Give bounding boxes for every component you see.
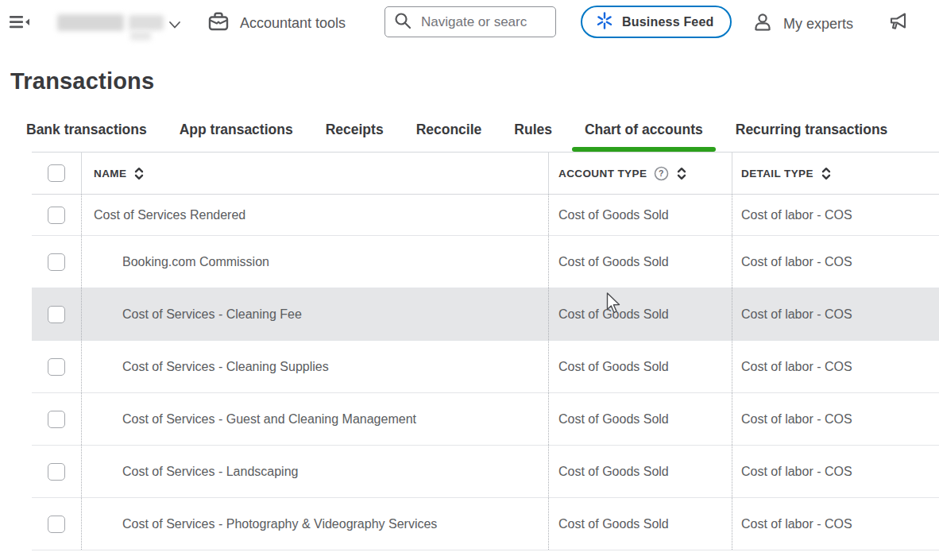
detail-type-cell: Cost of labor - COS xyxy=(732,195,939,235)
tab-receipts[interactable]: Receipts xyxy=(326,122,384,152)
sort-icon[interactable] xyxy=(133,167,145,180)
chevron-down-icon xyxy=(168,18,181,33)
tab-reconcile[interactable]: Reconcile xyxy=(416,122,482,152)
search-icon xyxy=(393,11,412,33)
table-header-row: NAME ACCOUNT TYPE ? DETAIL TY xyxy=(32,153,939,195)
detail-type-cell: Cost of labor - COS xyxy=(732,288,939,340)
tab-recurring-transactions[interactable]: Recurring transactions xyxy=(736,122,888,152)
detail-type-cell: Cost of labor - COS xyxy=(732,446,939,497)
tab-app-transactions[interactable]: App transactions xyxy=(180,122,293,152)
company-name-redacted xyxy=(130,31,151,41)
row-checkbox[interactable] xyxy=(48,463,65,481)
row-checkbox[interactable] xyxy=(48,358,65,376)
account-name-cell: Cost of Services Rendered xyxy=(81,195,548,235)
search-input[interactable] xyxy=(419,14,547,31)
my-experts-button[interactable]: My experts xyxy=(752,11,853,37)
company-switcher[interactable] xyxy=(56,10,183,38)
company-name-redacted xyxy=(129,15,164,30)
person-icon xyxy=(752,11,774,37)
company-name-redacted xyxy=(57,14,124,31)
table-row[interactable]: Cost of Services - Landscaping Cost of G… xyxy=(32,446,939,498)
tab-chart-of-accounts[interactable]: Chart of accounts xyxy=(585,122,703,152)
account-name-cell: Cost of Services - Cleaning Fee xyxy=(81,288,548,340)
header-checkbox-cell xyxy=(32,153,81,194)
account-name-cell: Cost of Services - Photography & Videogr… xyxy=(81,498,548,550)
table-row[interactable]: Booking.com Commission Cost of Goods Sol… xyxy=(32,236,939,288)
hamburger-icon xyxy=(10,14,30,34)
column-header-detail-type[interactable]: DETAIL TYPE xyxy=(732,153,939,194)
help-icon[interactable]: ? xyxy=(654,166,669,181)
account-type-cell: Cost of Goods Sold xyxy=(548,195,732,235)
detail-type-cell: Cost of labor - COS xyxy=(732,341,939,392)
global-search[interactable] xyxy=(384,6,556,37)
row-checkbox[interactable] xyxy=(48,306,65,323)
tab-rules[interactable]: Rules xyxy=(514,122,552,152)
account-type-cell: Cost of Goods Sold xyxy=(548,498,732,550)
detail-type-cell: Cost of labor - COS xyxy=(732,236,939,288)
sort-icon[interactable] xyxy=(821,167,832,180)
column-header-account-type[interactable]: ACCOUNT TYPE ? xyxy=(548,153,732,194)
account-type-cell: Cost of Goods Sold xyxy=(548,393,732,445)
account-type-cell: Cost of Goods Sold xyxy=(548,446,732,497)
table-row[interactable]: Cost of Services Rendered Cost of Goods … xyxy=(32,195,939,236)
tab-bank-transactions[interactable]: Bank transactions xyxy=(26,122,147,152)
table-body: Cost of Services Rendered Cost of Goods … xyxy=(32,195,939,550)
sort-icon[interactable] xyxy=(676,167,687,180)
transactions-tab-bar: Bank transactions App transactions Recei… xyxy=(26,122,939,152)
account-name-cell: Booking.com Commission xyxy=(81,236,548,288)
row-checkbox[interactable] xyxy=(48,516,65,533)
table-row[interactable]: Cost of Services - Cleaning Fee Cost of … xyxy=(32,288,939,341)
account-type-cell: Cost of Goods Sold xyxy=(548,341,732,392)
select-all-checkbox[interactable] xyxy=(48,164,65,182)
business-feed-button[interactable]: Business Feed xyxy=(581,6,732,38)
spark-icon xyxy=(595,11,614,33)
business-feed-label: Business Feed xyxy=(622,15,714,29)
row-checkbox[interactable] xyxy=(48,411,65,428)
accountant-tools-button[interactable]: Accountant tools xyxy=(207,10,346,37)
account-name-cell: Cost of Services - Guest and Cleaning Ma… xyxy=(81,393,548,445)
account-type-cell: Cost of Goods Sold xyxy=(548,236,732,288)
announcements-button[interactable] xyxy=(888,12,910,36)
briefcase-icon xyxy=(207,10,230,37)
column-header-name[interactable]: NAME xyxy=(81,153,548,194)
table-row[interactable]: Cost of Services - Guest and Cleaning Ma… xyxy=(32,393,939,446)
my-experts-label: My experts xyxy=(783,16,853,33)
megaphone-icon xyxy=(888,12,910,36)
top-navigation-bar: Accountant tools Business Feed xyxy=(0,0,939,44)
account-name-cell: Cost of Services - Landscaping xyxy=(81,446,548,497)
row-checkbox[interactable] xyxy=(48,253,65,271)
detail-type-cell: Cost of labor - COS xyxy=(732,498,939,550)
table-row[interactable]: Cost of Services - Photography & Videogr… xyxy=(32,498,939,550)
svg-text:?: ? xyxy=(659,168,664,178)
detail-type-cell: Cost of labor - COS xyxy=(732,393,939,445)
account-name-cell: Cost of Services - Cleaning Supplies xyxy=(81,341,548,392)
collapse-menu-button[interactable] xyxy=(10,14,30,34)
account-type-cell: Cost of Goods Sold xyxy=(548,288,732,340)
page-title: Transactions xyxy=(10,68,939,95)
chart-of-accounts-table: NAME ACCOUNT TYPE ? DETAIL TY xyxy=(32,152,939,550)
row-checkbox[interactable] xyxy=(48,207,65,224)
accountant-tools-label: Accountant tools xyxy=(240,15,346,32)
table-row[interactable]: Cost of Services - Cleaning Supplies Cos… xyxy=(32,341,939,393)
